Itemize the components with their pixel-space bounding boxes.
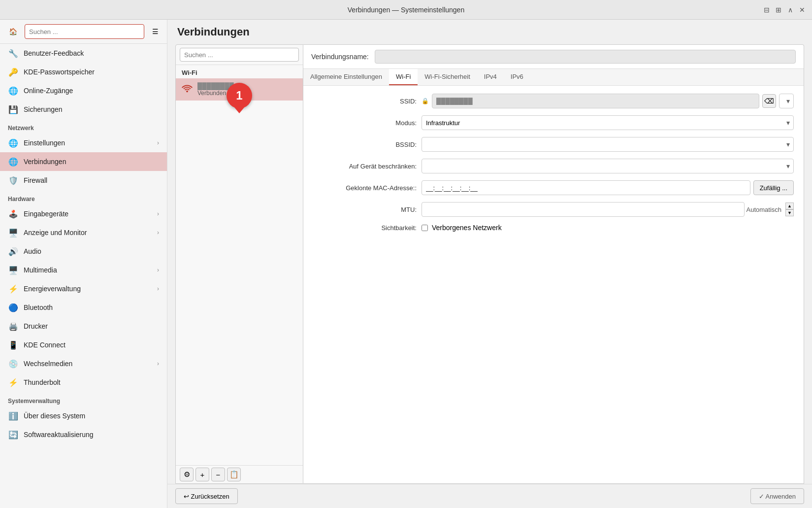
titlebar-controls: ⊟ ⊞ ∧ ✕ <box>763 6 806 14</box>
sidebar-item-sicherungen[interactable]: 💾 Sicherungen <box>0 100 167 119</box>
maximize-button[interactable]: ∧ <box>786 6 794 14</box>
sidebar-item-ueber-system[interactable]: ℹ️ Über dieses System <box>0 406 167 425</box>
geraet-label: Auf Gerät beschränken: <box>313 163 417 170</box>
conn-add-button[interactable]: + <box>195 468 209 481</box>
tab-wi-fi[interactable]: Wi-Fi <box>389 69 418 85</box>
tab-ipv6[interactable]: IPv6 <box>504 69 530 85</box>
hamburger-button[interactable]: ☰ <box>148 25 162 38</box>
conn-search-input[interactable] <box>180 48 299 62</box>
tab-allgemeine-einstellungen[interactable]: Allgemeine Einstellungen <box>303 69 389 85</box>
sidebar-item-label: Wechselmedien <box>24 360 152 368</box>
ssid-dropdown[interactable] <box>779 94 794 108</box>
sidebar-item-label: Anzeige und Monitor <box>24 229 152 237</box>
detail-form: SSID: 🔒 ⌫ <box>303 86 804 483</box>
sidebar-item-label: Bluetooth <box>24 304 159 311</box>
geraet-select[interactable] <box>422 159 794 173</box>
sidebar-item-kde-passwortspeicher[interactable]: 🔑 KDE-Passwortspeicher <box>0 63 167 81</box>
ssid-label: SSID: <box>313 98 417 105</box>
sidebar-item-benutzer-feedback[interactable]: 🔧 Benutzer-Feedback <box>0 44 167 63</box>
conn-toolbar: ⚙ + − 📋 <box>176 465 303 483</box>
firewall-icon: 🛡️ <box>8 175 19 186</box>
modus-row: Modus: Infrastruktur Ad-hoc Hotspot <box>313 115 794 130</box>
bssid-select[interactable] <box>422 137 794 152</box>
tab-ipv4[interactable]: IPv4 <box>477 69 504 85</box>
sidebar-item-thunderbolt[interactable]: ⚡ Thunderbolt <box>0 373 167 392</box>
sidebar-item-multimedia[interactable]: 🖥️ Multimedia › <box>0 261 167 279</box>
sidebar-item-label: KDE Connect <box>24 341 159 349</box>
conn-settings-button[interactable]: ⚙ <box>180 468 194 481</box>
detail-name-row: Verbindungsname: <box>303 45 804 69</box>
search-input[interactable] <box>25 24 144 39</box>
ueber-system-icon: ℹ️ <box>8 410 19 421</box>
detail-tabs: Allgemeine Einstellungen Wi-Fi Wi-Fi-Sic… <box>303 69 804 86</box>
mtu-increment-button[interactable]: ▲ <box>785 203 794 209</box>
mac-label: Geklonte MAC-Adresse:: <box>313 184 417 192</box>
content-body: Wi-Fi <box>167 44 812 484</box>
notification-badge: 1 <box>227 83 252 108</box>
sidebar-item-label: Audio <box>24 247 159 255</box>
online-zugaenge-icon: 🌐 <box>8 85 19 96</box>
thunderbolt-icon: ⚡ <box>8 377 19 388</box>
sidebar-item-label: Einstellungen <box>24 139 152 147</box>
section-label-netzwerk: Netzwerk <box>0 119 167 134</box>
sidebar-item-verbindungen[interactable]: 🌐 Verbindungen <box>0 152 167 171</box>
connection-name-label: Verbindungsname: <box>311 53 369 61</box>
sidebar-item-audio[interactable]: 🔊 Audio <box>0 242 167 261</box>
conn-copy-button[interactable]: 📋 <box>227 468 241 481</box>
verbindungen-icon: 🌐 <box>8 156 19 167</box>
sidebar-item-firewall[interactable]: 🛡️ Firewall <box>0 171 167 190</box>
ssid-input[interactable] <box>432 94 759 108</box>
lock-icon: 🔒 <box>422 98 429 104</box>
mac-random-button[interactable]: Zufällig ... <box>753 180 794 195</box>
sidebar-item-softwareaktualisierung[interactable]: 🔄 Softwareaktualisierung <box>0 425 167 444</box>
sidebar-item-wechselmedien[interactable]: 💿 Wechselmedien › <box>0 354 167 373</box>
sidebar-item-label: Drucker <box>24 322 159 330</box>
sidebar-item-drucker[interactable]: 🖨️ Drucker <box>0 317 167 336</box>
audio-icon: 🔊 <box>8 246 19 257</box>
anzeige-monitor-icon: 🖥️ <box>8 227 19 238</box>
energieverwaltung-icon: ⚡ <box>8 283 19 294</box>
mtu-decrement-button[interactable]: ▼ <box>785 209 794 216</box>
home-button[interactable]: 🏠 <box>5 24 21 39</box>
drucker-icon: 🖨️ <box>8 321 19 332</box>
sichtbarkeit-label: Sichtbarkeit: <box>313 224 417 232</box>
notification-area: 1 <box>176 101 303 130</box>
mac-input[interactable] <box>422 180 750 195</box>
apply-button[interactable]: ✓ Anwenden <box>750 488 804 504</box>
sidebar-item-kde-connect[interactable]: 📱 KDE Connect <box>0 336 167 354</box>
sichtbarkeit-field-area: Verborgenes Netzwerk <box>422 224 794 232</box>
sidebar-item-online-zugaenge[interactable]: 🌐 Online-Zugänge <box>0 81 167 100</box>
mtu-input[interactable] <box>422 202 745 217</box>
conn-remove-button[interactable]: − <box>211 468 225 481</box>
minimize-button[interactable]: ⊟ <box>763 6 771 14</box>
close-button[interactable]: ✕ <box>798 6 806 14</box>
connections-panel: Wi-Fi <box>175 44 804 484</box>
mtu-spinner: ▲ ▼ <box>785 203 794 216</box>
arrow-icon: › <box>157 285 159 292</box>
modus-select[interactable]: Infrastruktur Ad-hoc Hotspot <box>422 115 794 130</box>
sidebar-item-bluetooth[interactable]: 🔵 Bluetooth <box>0 298 167 317</box>
app-container: 🏠 ☰ 🔧 Benutzer-Feedback 🔑 KDE-Passwortsp… <box>0 20 812 508</box>
sidebar-item-anzeige-monitor[interactable]: 🖥️ Anzeige und Monitor › <box>0 223 167 242</box>
restore-button[interactable]: ⊞ <box>775 6 782 14</box>
tab-wi-fi-sicherheit[interactable]: Wi-Fi-Sicherheit <box>418 69 477 85</box>
conn-list-area: ████████ Verbunden 1 <box>176 78 303 465</box>
connection-name-input[interactable] <box>375 50 796 64</box>
reset-button[interactable]: ↩ Zurücksetzen <box>175 488 238 504</box>
wechselmedien-icon: 💿 <box>8 358 19 369</box>
sidebar-item-einstellungen[interactable]: 🌐 Einstellungen › <box>0 134 167 152</box>
kde-passwortspeicher-icon: 🔑 <box>8 67 19 77</box>
multimedia-icon: 🖥️ <box>8 265 19 275</box>
sidebar-item-eingabegeraete[interactable]: 🕹️ Eingabegeräte › <box>0 204 167 223</box>
sidebar-item-label: Sicherungen <box>24 105 159 113</box>
detail-panel: Verbindungsname: Allgemeine Einstellunge… <box>303 44 804 484</box>
einstellungen-icon: 🌐 <box>8 137 19 148</box>
sidebar-item-energieverwaltung[interactable]: ⚡ Energieverwaltung › <box>0 279 167 298</box>
action-bar-left: ↩ Zurücksetzen <box>175 488 238 504</box>
verborgenes-netzwerk-checkbox[interactable] <box>422 225 428 231</box>
content-area: Verbindungen Wi-Fi <box>167 20 812 508</box>
ssid-clear-button[interactable]: ⌫ <box>762 94 776 108</box>
bssid-label: BSSID: <box>313 141 417 148</box>
mac-field-area: Zufällig ... <box>422 180 794 195</box>
mac-row: Geklonte MAC-Adresse:: Zufällig ... <box>313 180 794 195</box>
